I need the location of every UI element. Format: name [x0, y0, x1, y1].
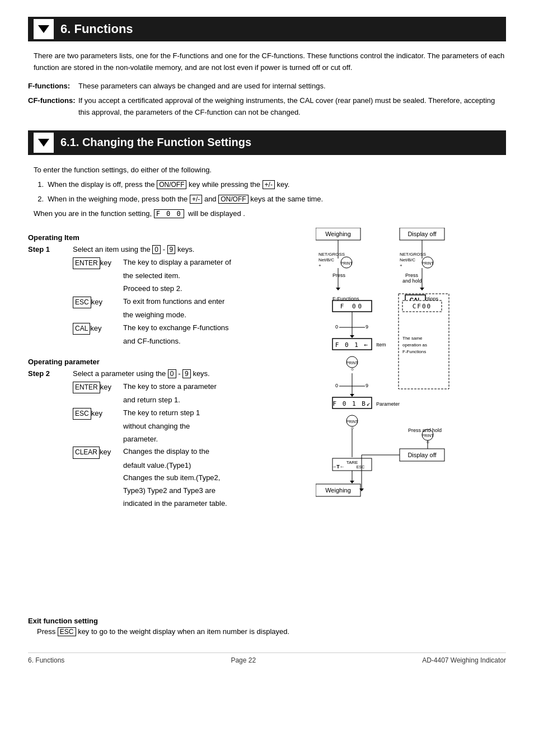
section-6-title: 6. Functions	[60, 22, 133, 36]
diag-netgross1: NET/GROSS	[318, 252, 345, 257]
enter-kbd-1: ENTER	[73, 257, 100, 269]
exit-text: Press ESC key to go to the weight displa…	[28, 627, 506, 636]
clear-kbd: CLEAR	[73, 447, 100, 458]
arrow-down-icon-2	[38, 139, 49, 147]
zero-key-2: 0	[168, 369, 176, 378]
svg-text:F-Functions: F-Functions	[402, 349, 426, 354]
svg-text:and hold: and hold	[402, 278, 422, 284]
section-61-header: 6.1. Changing the Function Settings	[28, 130, 506, 155]
svg-marker-32	[350, 394, 354, 397]
cal-kbd: CAL	[73, 323, 90, 335]
enter-desc3: Proceed to step 2.	[123, 283, 305, 295]
ff-line: F-functions: These parameters can always…	[28, 81, 506, 92]
nine-key-1: 9	[167, 245, 176, 254]
footer-center: Page 22	[231, 656, 256, 664]
svg-text:0: 0	[335, 383, 338, 388]
clear-row-e: indicated in the parameter table.	[73, 498, 305, 510]
diag-f00-box: F 00	[340, 303, 364, 310]
diag-print2: PRINT	[422, 261, 434, 265]
step2-row: Step 2 Select a parameter using the 0 - …	[28, 368, 305, 380]
clear-spacer-e	[73, 498, 123, 510]
ff-label: F-functions:	[28, 81, 78, 92]
cf-line: CF-functions: If you accept a certificat…	[28, 95, 506, 119]
diag-same-op: The same	[402, 336, 423, 341]
diag-f01b-box: F 0 1 B↙	[333, 400, 372, 407]
nine-key-2: 9	[182, 369, 191, 378]
page-footer: 6. Functions Page 22 AD-4407 Weighing In…	[28, 652, 506, 664]
svg-text:0: 0	[335, 324, 338, 330]
enter-row-1c: Proceed to step 2.	[73, 283, 305, 295]
svg-text:+: +	[400, 263, 402, 268]
diag-netgross2: NET/GROSS	[400, 252, 426, 257]
diag-press-left: Press	[332, 273, 346, 278]
diag-press-hold2: Press and hold	[408, 428, 442, 433]
fmode-text: When you are in the function setting, F …	[34, 208, 506, 220]
esc-kbd-2: ESC	[73, 408, 91, 420]
esc-key-1: ESC key	[73, 296, 123, 308]
step1-text: 1. When the display is off, press the ON…	[34, 179, 506, 191]
enter-desc2: the selected item.	[123, 270, 305, 282]
diag-print1: PRINT	[341, 261, 353, 265]
enter-desc1: The key to display a parameter of	[123, 257, 305, 269]
svg-text:9: 9	[366, 383, 368, 388]
clear-desc5: indicated in the parameter table.	[123, 498, 305, 510]
diag-display-off-label: Display off	[407, 231, 437, 237]
cal-key: CAL key	[73, 322, 123, 335]
cal-desc1: The key to exchange F-functions	[123, 322, 305, 335]
enter-row-2: ENTER key The key to store a parameter	[73, 381, 305, 393]
clear-row-c: Changes the sub item.(Type2,	[73, 472, 305, 484]
step2-text: 2. When in the weighing mode, press both…	[34, 193, 506, 205]
diag-press-and-hold: Press	[405, 273, 419, 278]
exit-heading: Exit function setting	[28, 617, 506, 625]
esc-desc1: To exit from functions and enter	[123, 296, 305, 308]
svg-marker-12	[336, 288, 340, 290]
clear-desc3: Changes the sub item.(Type2,	[123, 472, 305, 484]
footer-left: 6. Functions	[28, 656, 64, 664]
svg-text:⊙: ⊙	[351, 368, 354, 371]
enter-spacer-1	[73, 270, 123, 282]
esc-spacer-1	[73, 309, 123, 321]
cf-label: CF-functions:	[28, 95, 78, 119]
esc-row-2: ESC key The key to return step 1	[73, 407, 305, 420]
clear-spacer-d	[73, 485, 123, 497]
enter-kbd-2: ENTER	[73, 382, 100, 393]
cal-desc2: and CF-functions.	[123, 336, 305, 348]
diag-display-off2: Display off	[407, 452, 437, 458]
zero-key-1: 0	[152, 245, 161, 254]
step1-desc: Select an item using the 0 - 9 keys.	[73, 244, 305, 256]
svg-marker-24	[350, 335, 354, 338]
step1-row: Step 1 Select an item using the 0 - 9 ke…	[28, 244, 305, 256]
clear-row-b: default value.(Type1)	[73, 460, 305, 472]
enter-spacer-2	[73, 395, 123, 406]
diag-print4: PRINT	[346, 420, 359, 424]
diag-parameter-label: Parameter	[376, 401, 400, 407]
section-6-header: 6. Functions	[28, 17, 506, 41]
clear-desc1: Changes the display to the	[123, 446, 305, 458]
cf-text: If you accept a certificated approval of…	[78, 95, 506, 119]
enter-row-1b: the selected item.	[73, 270, 305, 282]
esc-row-2b: without changing the	[73, 421, 305, 433]
esc-key-2: ESC key	[73, 407, 123, 420]
right-col-diagram: Weighing Display off NET/GROSS Net/B/C +…	[316, 228, 506, 610]
ff-text: These parameters can always be changed a…	[78, 81, 326, 92]
f00-display: F 0 0	[154, 209, 184, 218]
exit-section: Exit function setting Press ESC key to g…	[28, 617, 506, 636]
esc2-desc2: without changing the	[123, 421, 305, 433]
step2-desc: Select a parameter using the 0 - 9 keys.	[73, 368, 305, 380]
svg-text:+: +	[318, 263, 321, 268]
section-icon	[34, 19, 54, 39]
diag-print5: PRINT	[422, 434, 434, 438]
plusminus-key-1: +/-	[263, 180, 275, 189]
diag-weighing-label: Weighing	[325, 231, 351, 237]
esc-row-1: ESC key To exit from functions and enter	[73, 296, 305, 308]
enter-row-1: ENTER key The key to display a parameter…	[73, 257, 305, 269]
intro-para1: There are two parameters lists, one for …	[28, 50, 506, 74]
svg-text:ESC: ESC	[357, 465, 364, 469]
esc-kbd-exit: ESC	[58, 627, 76, 636]
op-param-heading: Operating parameter	[28, 358, 305, 366]
esc-row-2c: parameter.	[73, 434, 305, 445]
section-61-content: To enter the function settings, do eithe…	[28, 164, 506, 220]
svg-text:operation as: operation as	[402, 342, 427, 348]
onoff-key-1: ON/OFF	[157, 180, 186, 189]
section-61-intro: To enter the function settings, do eithe…	[34, 164, 506, 176]
